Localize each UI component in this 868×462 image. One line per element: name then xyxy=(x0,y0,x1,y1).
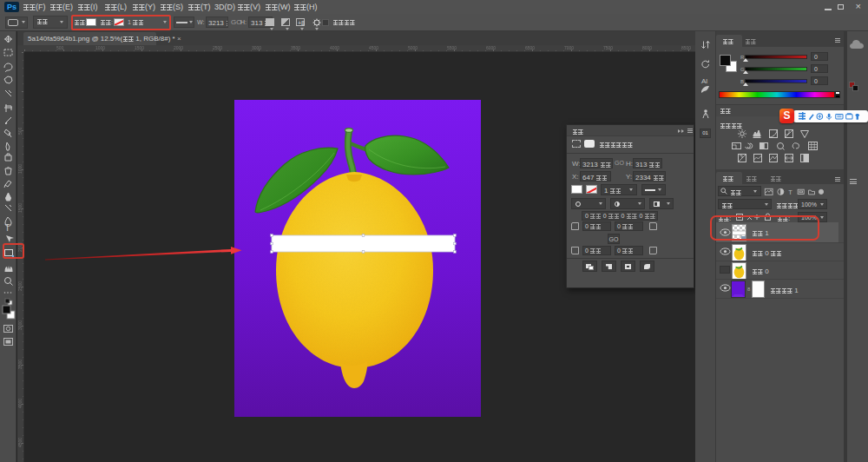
svg-text:T: T xyxy=(5,223,10,233)
svg-text:T: T xyxy=(788,188,792,196)
